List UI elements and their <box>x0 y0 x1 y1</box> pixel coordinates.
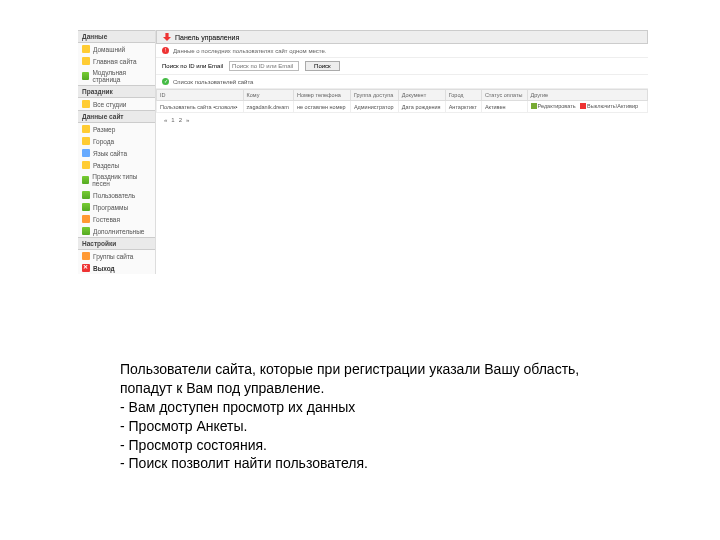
sidebar-section-data: Данные <box>78 30 155 43</box>
sidebar-item-label: Домашний <box>93 46 125 53</box>
cell-doc: Дата рождения <box>398 101 445 113</box>
sidebar-item-label: Разделы <box>93 162 119 169</box>
search-input[interactable] <box>229 61 299 71</box>
folder-icon <box>82 161 90 169</box>
sidebar-item-exit[interactable]: Выход <box>78 262 155 274</box>
sidebar-item-label: Праздник типы песен <box>92 173 151 187</box>
cell-group: Администратор <box>350 101 398 113</box>
folder-icon <box>82 125 90 133</box>
search-row: Поиск по ID или Email Поиск <box>156 58 648 75</box>
info-icon: ! <box>162 47 169 54</box>
th-id[interactable]: ID <box>157 90 244 101</box>
th-doc[interactable]: Документ <box>398 90 445 101</box>
edit-icon <box>531 103 537 109</box>
sidebar-section-holiday: Праздник <box>78 85 155 98</box>
th-status[interactable]: Статус оплаты <box>481 90 527 101</box>
sidebar-item-label: Пользователь <box>93 192 135 199</box>
th-city[interactable]: Город <box>445 90 481 101</box>
search-button[interactable]: Поиск <box>305 61 340 71</box>
admin-panel: Данные Домашний Главная сайта Модульная … <box>78 30 648 274</box>
table-header-row: ID Кому Номер телефона Группа доступа До… <box>157 90 648 101</box>
status-row: ✓ Список пользователей сайта <box>156 75 648 89</box>
sidebar-item-label: Дополнительные <box>93 228 144 235</box>
delete-action[interactable]: Выключить\Активир <box>580 103 638 109</box>
cell-email: zagadanik.dream <box>243 101 293 113</box>
sidebar: Данные Домашний Главная сайта Модульная … <box>78 30 156 274</box>
desc-bullet-4: - Поиск позволит найти пользователя. <box>120 454 620 473</box>
pager: « 1 2 » <box>156 113 648 127</box>
sidebar-item-label: Размер <box>93 126 115 133</box>
sidebar-item-users[interactable]: Пользователь <box>78 189 155 201</box>
sidebar-item-size[interactable]: Размер <box>78 123 155 135</box>
app-icon <box>82 203 90 211</box>
sidebar-item-label: Города <box>93 138 114 145</box>
sidebar-item-all-studios[interactable]: Все студии <box>78 98 155 110</box>
panel-title: Панель управления <box>175 34 239 41</box>
main-panel: Панель управления ! Данные о последних п… <box>156 30 648 274</box>
search-label: Поиск по ID или Email <box>162 63 223 69</box>
folder-icon <box>82 100 90 108</box>
cell-phone: не оставлен номер <box>293 101 350 113</box>
sidebar-item-home[interactable]: Домашний <box>78 43 155 55</box>
sidebar-item-label: Главная сайта <box>93 58 137 65</box>
th-phone[interactable]: Номер телефона <box>293 90 350 101</box>
cell-city: Антарктикт <box>445 101 481 113</box>
pager-prev[interactable]: « <box>164 117 167 123</box>
desc-line-1: Пользователи сайта, которые при регистра… <box>120 360 620 398</box>
description-block: Пользователи сайта, которые при регистра… <box>120 360 620 473</box>
edit-label: Редактировать <box>538 103 576 109</box>
desc-bullet-1: - Вам доступен просмотр их данных <box>120 398 620 417</box>
arrow-down-icon <box>163 33 171 41</box>
globe-icon <box>82 149 90 157</box>
sidebar-item-site-home[interactable]: Главная сайта <box>78 55 155 67</box>
sidebar-item-song-types[interactable]: Праздник типы песен <box>78 171 155 189</box>
cell-actions: Редактировать Выключить\Активир <box>527 101 647 113</box>
sidebar-item-label: Выход <box>93 265 115 272</box>
folder-icon <box>82 57 90 65</box>
user-icon <box>82 191 90 199</box>
edit-action[interactable]: Редактировать <box>531 103 576 109</box>
sidebar-section-settings: Настройки <box>78 237 155 250</box>
page-icon <box>82 72 89 80</box>
plus-icon <box>82 227 90 235</box>
pager-next[interactable]: » <box>186 117 189 123</box>
cell-status: Активен <box>481 101 527 113</box>
sidebar-item-extra[interactable]: Дополнительные <box>78 225 155 237</box>
sidebar-section-sitedata: Данные сайт <box>78 110 155 123</box>
panel-header: Панель управления <box>156 30 648 44</box>
th-group[interactable]: Группа доступа <box>350 90 398 101</box>
sidebar-item-label: Все студии <box>93 101 126 108</box>
music-icon <box>82 176 89 184</box>
delete-label: Выключить\Активир <box>587 103 638 109</box>
panel-subtext: ! Данные о последних пользователях сайт … <box>156 44 648 58</box>
book-icon <box>82 215 90 223</box>
th-email[interactable]: Кому <box>243 90 293 101</box>
sidebar-item-label: Язык сайта <box>93 150 127 157</box>
check-icon: ✓ <box>162 78 169 85</box>
panel-subtext-label: Данные о последних пользователях сайт од… <box>173 48 327 54</box>
sidebar-item-label: Модульная страница <box>92 69 151 83</box>
sidebar-item-label: Программы <box>93 204 128 211</box>
desc-bullet-2: - Просмотр Анкеты. <box>120 417 620 436</box>
folder-icon <box>82 45 90 53</box>
exit-icon <box>82 264 90 272</box>
cell-id: Пользователь сайта •словолк• <box>157 101 244 113</box>
sidebar-item-site-groups[interactable]: Группы сайта <box>78 250 155 262</box>
folder-icon <box>82 137 90 145</box>
sidebar-item-module-page[interactable]: Модульная страница <box>78 67 155 85</box>
sidebar-item-label: Группы сайта <box>93 253 133 260</box>
sidebar-item-cities[interactable]: Города <box>78 135 155 147</box>
th-actions[interactable]: Другие <box>527 90 647 101</box>
sidebar-item-sections[interactable]: Разделы <box>78 159 155 171</box>
sidebar-item-guestbook[interactable]: Гостевая <box>78 213 155 225</box>
sidebar-item-lang[interactable]: Язык сайта <box>78 147 155 159</box>
users-table: ID Кому Номер телефона Группа доступа До… <box>156 89 648 113</box>
pager-page-1[interactable]: 1 <box>171 117 174 123</box>
status-text: Список пользователей сайта <box>173 79 253 85</box>
table-row[interactable]: Пользователь сайта •словолк• zagadanik.d… <box>157 101 648 113</box>
sidebar-item-label: Гостевая <box>93 216 120 223</box>
delete-icon <box>580 103 586 109</box>
group-icon <box>82 252 90 260</box>
pager-page-2[interactable]: 2 <box>179 117 182 123</box>
sidebar-item-programs[interactable]: Программы <box>78 201 155 213</box>
